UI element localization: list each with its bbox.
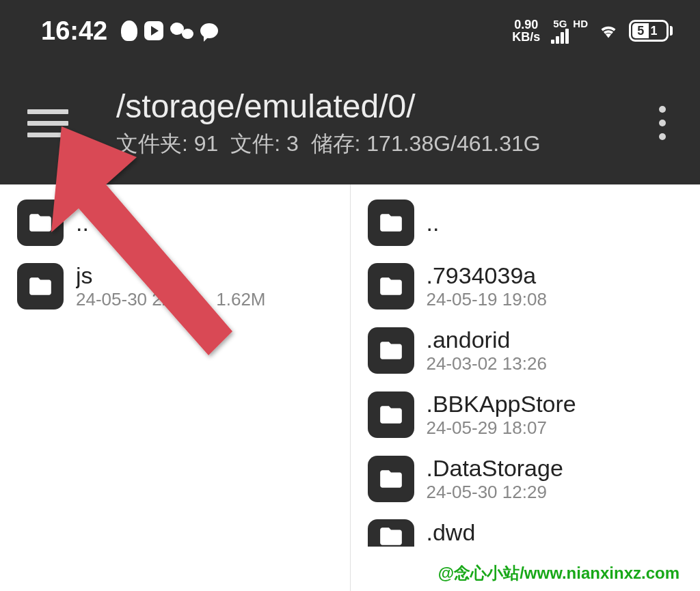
watermark-text: @念心小站/www.nianxinxz.com [438,562,679,584]
wechat-icon [170,21,193,40]
parent-dir-left[interactable]: .. [0,191,350,254]
parent-label: .. [76,210,89,236]
folder-icon [368,263,414,310]
file-meta: 24-03-02 13:26 [427,353,547,374]
status-bar: 16:42 0.90 KB/s 5G HD 5 1 [0,0,700,61]
list-item[interactable]: .BBKAppStore 24-05-29 18:07 [351,383,701,447]
left-pane[interactable]: .. js 24-05-30 22:3 1.62M [0,184,351,591]
network-hd: HD [573,18,588,44]
notification-icons [121,20,218,41]
file-name: .dwd [427,519,476,546]
more-options-icon[interactable] [652,106,673,140]
message-icon [200,23,218,38]
parent-dir-right[interactable]: .. [351,191,701,254]
current-path: /storage/emulated/0/ [116,87,652,125]
wifi-icon [599,21,618,40]
speed-unit: KB/s [512,31,540,43]
file-name: .andorid [427,327,547,353]
app-bar: /storage/emulated/0/ 文件夹: 91 文件: 3 储存: 1… [0,61,700,184]
speed-value: 0.90 [514,18,538,31]
file-meta: 24-05-30 22:3 1.62M [76,289,266,310]
net-5g: 5G [553,18,567,29]
clock-time: 16:42 [41,16,107,46]
list-item[interactable]: .dwd [351,511,701,538]
battery-indicator: 5 1 [629,20,673,42]
file-panes: .. js 24-05-30 22:3 1.62M .. .7934 [0,184,700,591]
list-item[interactable]: .7934039a 24-05-19 19:08 [351,254,701,318]
folder-icon [368,327,414,374]
folder-icon [368,456,414,502]
menu-icon[interactable] [27,109,68,137]
path-stats: 文件夹: 91 文件: 3 储存: 171.38G/461.31G [116,129,652,159]
file-name: .DataStorage [427,455,563,482]
status-right: 0.90 KB/s 5G HD 5 1 [512,18,673,44]
file-name: .7934039a [427,262,547,289]
status-left: 16:42 [41,16,218,46]
list-item[interactable]: js 24-05-30 22:3 1.62M [0,254,350,318]
file-meta: 24-05-30 12:29 [427,482,563,503]
file-name: .BBKAppStore [427,391,576,417]
signal-icon [551,29,569,44]
folder-icon [368,519,414,547]
net-hd: HD [573,18,588,29]
network-speed: 0.90 KB/s [512,18,540,43]
folder-icon [17,200,64,246]
file-meta: 24-05-19 19:08 [427,289,547,310]
path-container[interactable]: /storage/emulated/0/ 文件夹: 91 文件: 3 储存: 1… [116,87,652,159]
file-name: js [76,262,266,289]
list-item[interactable]: .andorid 24-03-02 13:26 [351,318,701,383]
qq-icon [121,20,137,41]
battery-digit1: 5 [637,24,644,38]
file-meta: 24-05-29 18:07 [427,417,576,439]
network-type: 5G [551,18,569,44]
folder-icon [368,200,414,246]
parent-label: .. [427,210,440,236]
battery-digit2: 1 [650,24,657,38]
list-item[interactable]: .DataStorage 24-05-30 12:29 [351,447,701,511]
folder-icon [368,391,414,438]
folder-icon [17,263,64,310]
play-app-icon [144,21,163,40]
right-pane[interactable]: .. .7934039a 24-05-19 19:08 .andorid 24-… [351,184,701,591]
